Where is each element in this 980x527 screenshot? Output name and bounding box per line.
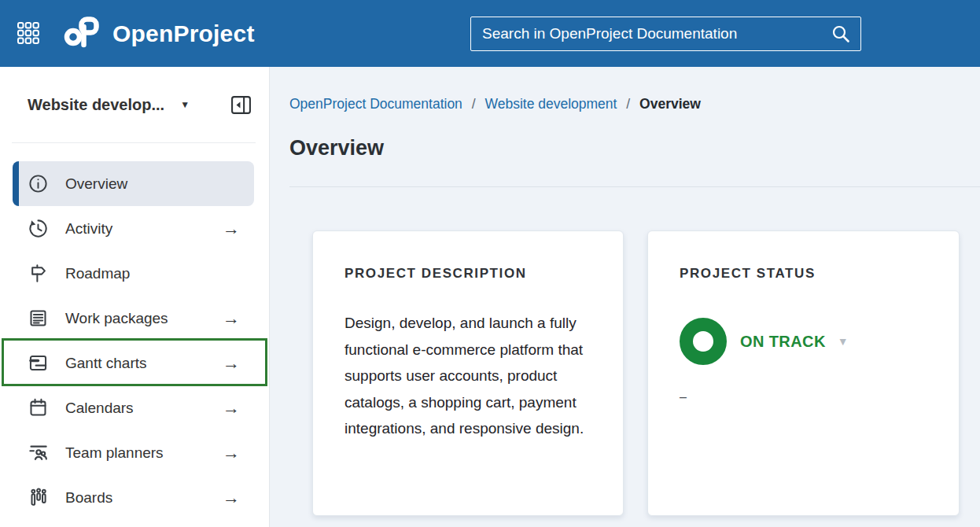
- signpost-icon: [28, 263, 49, 284]
- search-input[interactable]: [482, 25, 831, 42]
- search-icon[interactable]: [831, 24, 851, 44]
- breadcrumb-current: Overview: [639, 96, 701, 112]
- global-search-box: [470, 17, 861, 51]
- breadcrumb-separator: /: [472, 96, 476, 112]
- project-status-title: PROJECT STATUS: [680, 266, 927, 282]
- history-icon: [28, 218, 49, 239]
- sidebar-menu: Overview Activity → Roadmap: [0, 161, 269, 520]
- sidebar-item-label: Gantt charts: [65, 355, 147, 372]
- collapse-sidebar-icon[interactable]: [230, 94, 252, 116]
- project-description-title: PROJECT DESCRIPTION: [344, 266, 591, 282]
- sidebar-item-label: Team planners: [65, 444, 164, 462]
- gantt-icon: [28, 352, 49, 374]
- arrow-right-icon[interactable]: →: [223, 220, 240, 238]
- breadcrumb: OpenProject Documentation / Website deve…: [289, 96, 701, 112]
- chevron-down-icon: ▼: [838, 335, 849, 348]
- sidebar-item-label: Roadmap: [65, 265, 130, 282]
- openproject-logo-mark: [64, 17, 103, 51]
- project-selector: Website develop... ▼: [28, 90, 252, 119]
- title-divider: [289, 186, 980, 187]
- team-planner-icon: [28, 442, 49, 463]
- sidebar-item-label: Overview: [65, 175, 127, 193]
- project-sidebar: Website develop... ▼ Overview: [0, 67, 270, 527]
- boards-icon: [28, 487, 49, 508]
- apps-grid-icon[interactable]: [17, 22, 40, 46]
- sidebar-item-calendars[interactable]: Calendars →: [13, 385, 254, 430]
- top-header-bar: OpenProject: [0, 0, 980, 67]
- breadcrumb-link-documentation[interactable]: OpenProject Documentation: [289, 96, 462, 112]
- sidebar-item-label: Calendars: [65, 400, 134, 417]
- project-status-card: PROJECT STATUS ON TRACK ▼ –: [647, 230, 960, 516]
- sidebar-item-label: Work packages: [65, 310, 168, 327]
- sidebar-item-label: Activity: [65, 220, 112, 238]
- work-packages-icon: [28, 308, 49, 329]
- info-icon: [28, 173, 49, 194]
- status-ring-icon: [680, 318, 727, 365]
- sidebar-item-gantt-charts[interactable]: Gantt charts →: [13, 341, 254, 385]
- arrow-right-icon[interactable]: →: [223, 444, 240, 462]
- arrow-right-icon[interactable]: →: [223, 310, 240, 327]
- sidebar-item-label: Boards: [65, 489, 112, 507]
- breadcrumb-separator: /: [626, 96, 630, 112]
- sidebar-item-roadmap[interactable]: Roadmap: [13, 251, 254, 296]
- project-selector-label[interactable]: Website develop...: [28, 96, 164, 114]
- selected-indicator-bar: [13, 161, 19, 206]
- sidebar-item-activity[interactable]: Activity →: [13, 206, 254, 251]
- sidebar-item-work-packages[interactable]: Work packages →: [13, 296, 254, 341]
- project-description-card: PROJECT DESCRIPTION Design, develop, and…: [312, 230, 624, 516]
- project-description-body: Design, develop, and launch a fully func…: [344, 310, 591, 442]
- sidebar-divider: [12, 142, 256, 143]
- breadcrumb-link-project[interactable]: Website development: [484, 96, 617, 112]
- page-title: Overview: [289, 136, 384, 160]
- main-content: OpenProject Documentation / Website deve…: [270, 67, 980, 527]
- openproject-logo[interactable]: OpenProject: [64, 17, 255, 51]
- calendar-icon: [28, 397, 49, 418]
- project-status-selector[interactable]: ON TRACK ▼: [680, 318, 927, 365]
- sidebar-item-overview[interactable]: Overview: [13, 161, 254, 206]
- logo-text: OpenProject: [112, 20, 255, 47]
- sidebar-item-boards[interactable]: Boards →: [13, 475, 254, 520]
- status-note: –: [680, 390, 927, 404]
- arrow-right-icon[interactable]: →: [223, 355, 240, 372]
- arrow-right-icon[interactable]: →: [223, 489, 240, 507]
- chevron-down-icon[interactable]: ▼: [180, 99, 190, 110]
- arrow-right-icon[interactable]: →: [223, 400, 240, 417]
- status-value: ON TRACK: [740, 333, 826, 351]
- sidebar-item-team-planners[interactable]: Team planners →: [13, 430, 254, 475]
